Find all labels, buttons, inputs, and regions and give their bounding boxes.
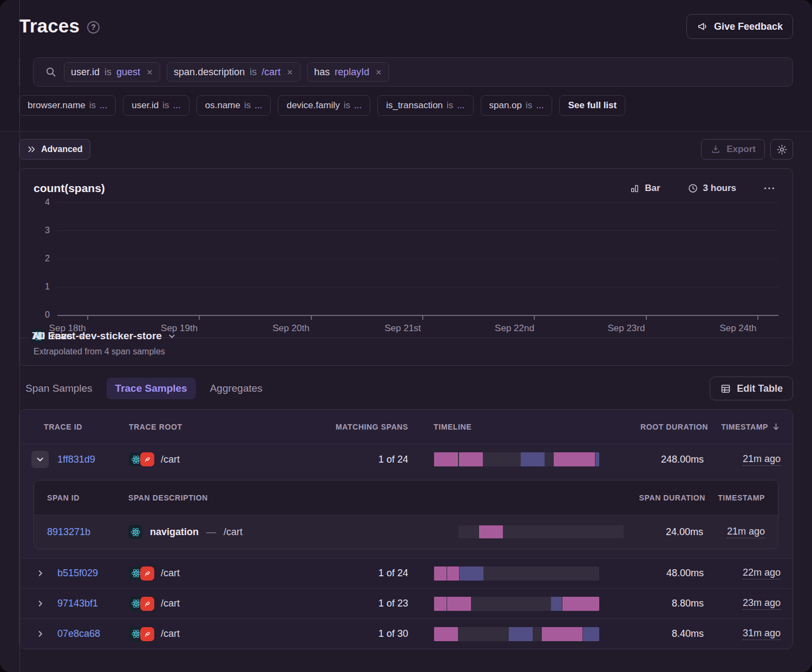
give-feedback-button[interactable]: Give Feedback (686, 14, 793, 39)
x-axis-tick (646, 316, 647, 320)
y-axis: 43210 (29, 202, 57, 315)
x-axis-tick (87, 316, 88, 320)
matching-spans: 1 of 24 (324, 454, 421, 465)
gear-icon (776, 144, 788, 155)
y-axis-label: 0 (45, 310, 50, 320)
bar-chart-icon (630, 183, 640, 194)
timestamp-link[interactable]: 23m ago (743, 597, 781, 610)
see-full-list-button[interactable]: See full list (559, 95, 625, 116)
column-header-matching-spans[interactable]: MATCHING SPANS (324, 423, 421, 431)
y-axis-label: 4 (45, 197, 50, 207)
x-axis-tick (757, 316, 758, 320)
span-description: /cart (224, 526, 243, 538)
close-icon[interactable] (375, 69, 382, 76)
column-header-timeline[interactable]: TIMELINE (421, 423, 627, 431)
timeline-segment (582, 627, 599, 641)
timeline-track (434, 452, 599, 466)
gridline (57, 259, 778, 259)
sort-descending-icon (771, 422, 781, 431)
timeline-segment (508, 627, 533, 641)
x-axis: Sep 18thSep 19thSep 20thSep 21stSep 22nd… (57, 315, 778, 338)
timeline-segment (595, 452, 599, 466)
matching-spans: 1 of 23 (324, 598, 421, 609)
quick-filter-device-family[interactable]: device.familyis... (278, 95, 370, 116)
timestamp-link[interactable]: 21m ago (727, 526, 765, 538)
timeline-track (434, 566, 599, 581)
traces-page: Traces ? Give Feedback react-dev-stick (0, 0, 812, 672)
settings-button[interactable] (770, 139, 793, 160)
root-duration: 8.40ms (627, 628, 708, 640)
timeline-segment (520, 452, 545, 466)
timeline-track (434, 627, 599, 641)
megaphone-icon (697, 21, 709, 32)
timeline-segment (541, 627, 582, 641)
page-header: Traces ? Give Feedback react-dev-stick (0, 0, 812, 131)
y-axis-label: 3 (45, 226, 50, 235)
column-header-span-timestamp: TIMESTAMP (705, 493, 765, 502)
column-header-timestamp[interactable]: TIMESTAMP (708, 422, 781, 431)
table-icon (720, 383, 731, 394)
ellipsis-icon (763, 183, 775, 194)
close-icon[interactable] (286, 69, 293, 76)
timeline-segment (562, 597, 599, 611)
download-icon (710, 144, 721, 155)
column-header-span-duration: SPAN DURATION (626, 493, 705, 502)
x-axis-label: Sep 21st (384, 323, 421, 334)
tab-aggregates[interactable]: Aggregates (204, 378, 269, 399)
x-axis-tick (534, 316, 535, 320)
timestamp-link[interactable]: 21m ago (743, 453, 781, 466)
timestamp-link[interactable]: 22m ago (743, 567, 781, 579)
column-header-root-duration[interactable]: ROOT DURATION (627, 423, 708, 431)
x-axis-tick (311, 316, 312, 320)
x-axis-label: Sep 19th (161, 323, 198, 334)
clock-icon (687, 183, 698, 194)
separator: — (206, 526, 216, 538)
timeline-segment (447, 597, 471, 611)
root-duration: 248.00ms (627, 454, 708, 465)
y-axis-label: 2 (45, 254, 50, 263)
page-filter-bar: react-dev-sticker-store All Envs 7D (19, 57, 20, 87)
x-axis-label: Sep 22nd (495, 323, 534, 334)
chart-menu-button[interactable] (760, 182, 778, 194)
quick-filter-is-transaction[interactable]: is_transactionis... (377, 95, 473, 116)
timeline-track (434, 597, 599, 611)
matching-spans: 1 of 24 (324, 568, 421, 579)
timeline-segment (479, 525, 503, 538)
x-axis-label: Sep 20th (273, 323, 310, 334)
gridline (57, 202, 778, 203)
chart-type-selector[interactable]: Bar (626, 182, 663, 194)
x-axis-tick (422, 316, 423, 320)
quick-filter-span-op[interactable]: span.opis... (481, 95, 553, 116)
timeline-segment (459, 566, 483, 581)
x-axis-label: Sep 18th (49, 323, 86, 334)
x-axis-label: Sep 24th (719, 323, 756, 334)
timeline-track (459, 525, 624, 538)
gridline (57, 287, 778, 287)
x-axis-tick (199, 316, 200, 320)
timeline-segment (434, 627, 458, 641)
timeline-segment (434, 452, 458, 466)
span-duration: 24.00ms (626, 526, 705, 538)
matching-spans: 1 of 30 (324, 628, 421, 640)
chart-plot: 43210 (19, 198, 793, 315)
timestamp-link[interactable]: 31m ago (743, 628, 781, 640)
export-button[interactable]: Export (701, 139, 765, 160)
quick-filter-os-name[interactable]: os.nameis... (197, 95, 271, 116)
timeline-segment (553, 452, 595, 466)
timeline-segment (459, 452, 483, 466)
chart-interval-selector[interactable]: 3 hours (684, 182, 739, 194)
root-duration: 48.00ms (627, 568, 708, 579)
x-axis-label: Sep 23rd (607, 323, 645, 334)
filter-chip-replay-id[interactable]: has replayId (307, 62, 389, 82)
root-duration: 8.80ms (627, 598, 708, 609)
y-axis-label: 1 (45, 282, 50, 292)
edit-table-button[interactable]: Edit Table (710, 377, 793, 400)
gridline (57, 230, 778, 231)
